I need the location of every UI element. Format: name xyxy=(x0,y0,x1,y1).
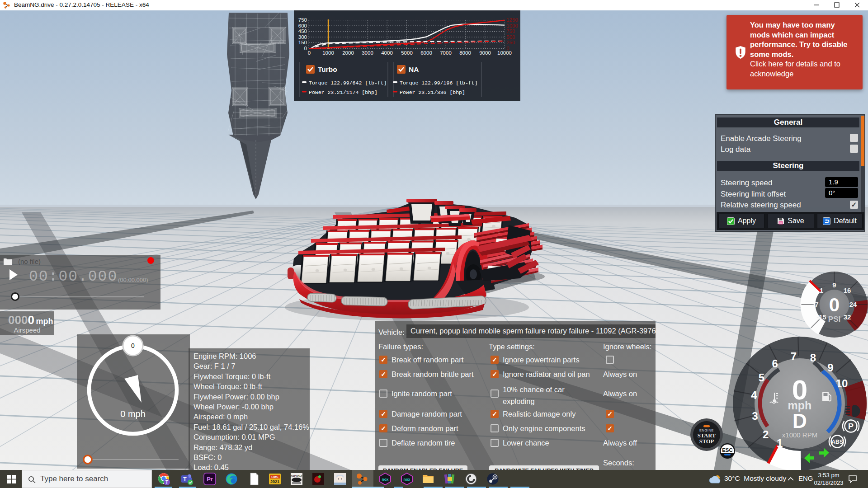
svg-text:250: 250 xyxy=(506,40,515,45)
svg-text:CMS: CMS xyxy=(271,475,278,479)
svg-text:NA: NA xyxy=(409,66,419,73)
svg-text:600: 600 xyxy=(298,23,307,28)
svg-text:9000: 9000 xyxy=(479,50,491,56)
svg-text:10000: 10000 xyxy=(497,50,512,56)
svg-text:nox: nox xyxy=(403,477,410,482)
svg-text:0 mph: 0 mph xyxy=(120,409,146,419)
svg-text:0: 0 xyxy=(131,342,135,349)
svg-text:0: 0 xyxy=(308,50,311,56)
svg-text:1000: 1000 xyxy=(506,23,518,28)
svg-text:2000: 2000 xyxy=(342,50,354,56)
svg-text:Pr: Pr xyxy=(207,476,213,483)
svg-text:750: 750 xyxy=(506,28,515,34)
svg-text:750: 750 xyxy=(298,17,307,23)
svg-text:450: 450 xyxy=(298,28,307,34)
svg-text:1000: 1000 xyxy=(322,50,334,56)
svg-text:2021: 2021 xyxy=(270,479,279,484)
svg-text:3000: 3000 xyxy=(362,50,373,56)
svg-text:Torque 122.99/642 [lb-ft]: Torque 122.99/642 [lb-ft] xyxy=(309,80,387,86)
svg-text:150: 150 xyxy=(298,40,307,45)
svg-text:5000: 5000 xyxy=(401,50,413,56)
svg-text:T: T xyxy=(165,480,168,485)
svg-text:6000: 6000 xyxy=(420,50,432,56)
svg-text:Power 23.21/1174 [bhp]: Power 23.21/1174 [bhp] xyxy=(309,89,377,95)
svg-text:ASPHALT: ASPHALT xyxy=(291,474,302,477)
svg-text:500: 500 xyxy=(506,34,515,40)
svg-text:nox: nox xyxy=(382,477,388,482)
svg-text:Turbo: Turbo xyxy=(318,66,337,73)
svg-text:Power 23.21/336 [bhp]: Power 23.21/336 [bhp] xyxy=(400,89,465,95)
svg-text:0: 0 xyxy=(304,46,307,51)
svg-text:300: 300 xyxy=(298,34,307,40)
svg-text:Torque 122.99/196 [lb-ft]: Torque 122.99/196 [lb-ft] xyxy=(400,80,478,86)
svg-text:1250: 1250 xyxy=(506,17,518,23)
svg-text:T: T xyxy=(183,476,187,483)
svg-text:8000: 8000 xyxy=(459,50,471,56)
svg-text:7000: 7000 xyxy=(440,50,452,56)
svg-text:4000: 4000 xyxy=(381,50,393,56)
